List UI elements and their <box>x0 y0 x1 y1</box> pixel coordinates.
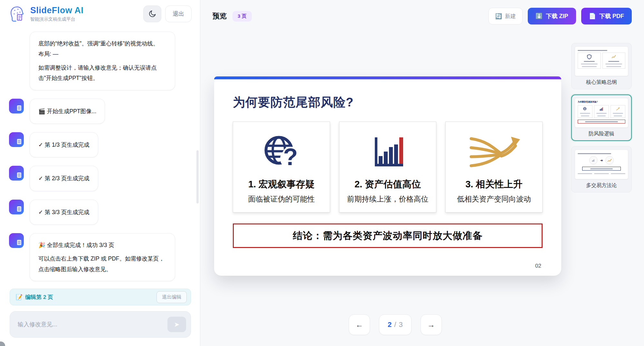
mini-text-line <box>606 66 621 67</box>
total-pages: 3 <box>399 321 402 329</box>
page-separator: / <box>394 321 396 329</box>
globe-question-icon: ? <box>261 131 302 173</box>
thumbnail-mini-slide: 为何要防范尾部风险? <box>575 98 628 128</box>
mini-trend-icon <box>607 158 612 163</box>
mini-outline-box <box>582 167 621 171</box>
document-icon <box>17 173 21 178</box>
mini-text-line <box>580 113 590 114</box>
thumbnail-rail: 核心策略总纲 为何要防范尾部风险? <box>571 43 632 193</box>
mini-text-line <box>584 61 595 62</box>
mini-text-line <box>594 173 609 174</box>
slide-title: 为何要防范尾部风险? <box>233 94 543 111</box>
mini-slide-title: 为何要防范尾部风险? <box>578 101 625 104</box>
exit-edit-button[interactable]: 退出编辑 <box>156 291 187 303</box>
send-icon: ➤ <box>174 321 180 328</box>
slide-card-1: ? 1. 宏观叙事存疑 面临被证伪的可能性 <box>233 122 330 213</box>
mini-text-line <box>590 168 613 169</box>
thumbnail-label: 防风险逻辑 <box>575 128 628 138</box>
slide-card-2: 2. 资产估值高位 前期持续上涨，价格高位 <box>339 122 436 213</box>
thumbnail-label: 多交易方法论 <box>575 179 628 190</box>
app-title: SlideFlow AI <box>30 5 84 15</box>
chat-panel: SlideFlow AI 智能演示文稿生成平台 退出 底部的“绝对收益”。强调“… <box>0 0 200 346</box>
chat-scrollbar[interactable] <box>196 150 199 203</box>
mini-title-line <box>578 153 611 154</box>
card-title: 1. 宏观叙事存疑 <box>248 178 315 191</box>
mini-arrow-icon <box>616 107 620 111</box>
mini-text-line <box>585 121 618 122</box>
mini-card <box>602 53 626 69</box>
thumbnail-mini-slide <box>575 46 628 76</box>
assistant-message: 底部的“绝对收益”。强调“重心转移”的视觉动线。 布局: — 如需调整设计，请输… <box>30 32 175 90</box>
assistant-message-row: 🎬 开始生成PPT图像... <box>9 99 192 124</box>
mini-text-line <box>596 113 607 114</box>
app-subtitle: 智能演示文稿生成平台 <box>30 16 84 22</box>
mini-text-line <box>581 64 598 64</box>
input-placeholder: 输入修改意见... <box>18 321 167 328</box>
mini-text-line <box>605 64 622 64</box>
final-message-body: 可以点击右上角下载 ZIP 或 PDF。如需修改某页，点击缩略图后输入修改意见。 <box>38 253 166 274</box>
download-pdf-button[interactable]: 📄 下载 PDF <box>581 8 632 25</box>
next-slide-button[interactable]: → <box>421 314 442 335</box>
mini-text-line <box>578 173 592 174</box>
page-count-badge: 3 页 <box>232 11 252 22</box>
page-indicator: 2 / 3 <box>379 314 412 335</box>
mini-card <box>594 105 609 118</box>
current-page: 2 <box>388 321 392 329</box>
mini-chart-circle <box>589 156 598 164</box>
logout-button[interactable]: 退出 <box>165 5 192 22</box>
edit-mode-banner: 📝 编辑第 2 页 退出编辑 <box>10 289 191 305</box>
edit-page-label: 编辑第 2 页 <box>25 293 53 301</box>
feedback-input[interactable]: 输入修改意见... ➤ <box>10 311 191 338</box>
mini-text-line <box>581 115 589 116</box>
assistant-message-row: ✓ 第 3/3 页生成完成 <box>9 200 192 225</box>
document-icon <box>17 139 21 144</box>
assistant-message-row: ✓ 第 2/3 页生成完成 <box>9 166 192 191</box>
mini-title-line <box>578 50 607 51</box>
new-button-label: 新建 <box>505 13 516 20</box>
thumbnail-slide-2-selected[interactable]: 为何要防范尾部风险? <box>571 94 632 141</box>
final-message-title: 🎉 全部生成完成！成功 3/3 页 <box>38 240 166 250</box>
mini-text-line <box>611 173 625 174</box>
slide-page-number: 02 <box>535 263 541 269</box>
corner-artifact <box>0 341 5 346</box>
converging-arrows-icon <box>467 131 521 173</box>
mini-text-line <box>613 113 623 114</box>
slide-conclusion-box: 结论：需为各类资产波动率同时放大做准备 <box>233 223 543 248</box>
bar-chart-icon <box>367 131 408 173</box>
thumbnail-slide-3[interactable]: ➜ 多交易方法论 <box>571 146 632 193</box>
mini-trend-circle <box>605 156 614 164</box>
app-header: SlideFlow AI 智能演示文稿生成平台 退出 <box>0 0 200 28</box>
assistant-avatar <box>9 200 24 214</box>
slide-pagination: ← 2 / 3 → <box>349 314 442 335</box>
document-icon <box>17 206 21 212</box>
document-icon <box>17 240 21 245</box>
refresh-icon: 🔄 <box>495 13 502 20</box>
chat-message-list[interactable]: 底部的“绝对收益”。强调“重心转移”的视觉动线。 布局: — 如需调整设计，请输… <box>0 28 200 283</box>
brand: SlideFlow AI 智能演示文稿生成平台 <box>8 5 143 23</box>
card-desc: 面临被证伪的可能性 <box>248 194 315 204</box>
pdf-button-label: 下载 PDF <box>599 12 624 20</box>
download-zip-button[interactable]: ⬇️ 下载 ZIP <box>528 8 576 25</box>
send-button[interactable]: ➤ <box>167 317 186 332</box>
theme-toggle-button[interactable] <box>143 5 161 22</box>
thumbnail-label: 核心策略总纲 <box>575 76 628 86</box>
status-message: 🎬 开始生成PPT图像... <box>30 99 105 124</box>
mini-globe-icon <box>583 107 587 111</box>
card-title: 3. 相关性上升 <box>465 178 522 191</box>
preview-title: 预览 <box>213 11 227 21</box>
mini-card <box>611 105 625 118</box>
card-desc: 前期持续上涨，价格高位 <box>347 194 429 204</box>
card-title: 2. 资产估值高位 <box>355 178 421 191</box>
app-logo-icon <box>8 5 26 23</box>
mini-text-line <box>614 115 622 116</box>
prev-slide-button[interactable]: ← <box>349 314 370 335</box>
status-message: ✓ 第 2/3 页生成完成 <box>30 166 98 191</box>
mini-conclusion-box <box>578 120 625 124</box>
page-icon: 📄 <box>589 13 596 20</box>
thumbnail-mini-slide: ➜ <box>575 150 628 179</box>
mini-bars-icon <box>591 158 596 163</box>
thumbnail-slide-1[interactable]: 核心策略总纲 <box>571 43 632 89</box>
zip-button-label: 下载 ZIP <box>546 12 568 20</box>
assistant-avatar <box>9 166 24 181</box>
new-presentation-button[interactable]: 🔄 新建 <box>488 8 523 25</box>
